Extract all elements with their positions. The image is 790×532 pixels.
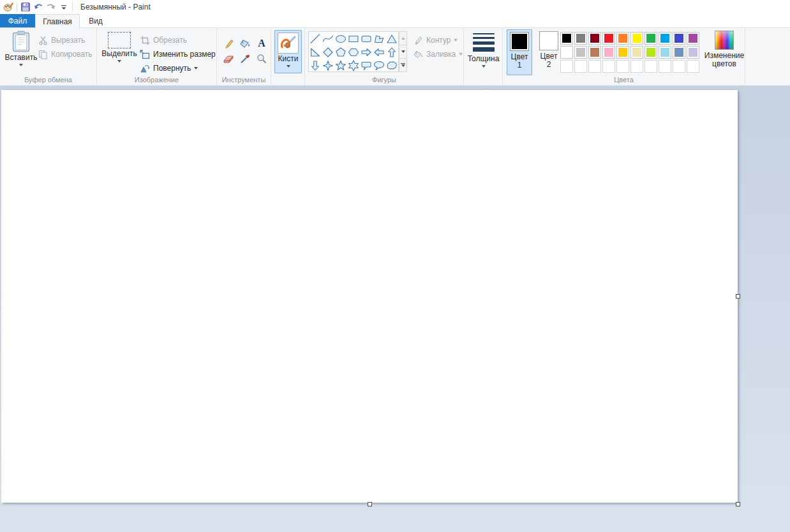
tab-home[interactable]: Главная bbox=[35, 14, 80, 29]
more-shapes-icon bbox=[401, 63, 405, 67]
magnifier-tool-button[interactable] bbox=[254, 52, 269, 66]
canvas-resize-handle-right[interactable] bbox=[736, 294, 740, 299]
copy-label: Копировать bbox=[51, 50, 93, 59]
shape-star-6[interactable] bbox=[347, 59, 360, 72]
palette-swatch-2-2[interactable] bbox=[588, 46, 601, 59]
rotate-button[interactable]: Повернуть bbox=[139, 62, 198, 75]
palette-swatch-2-5[interactable] bbox=[630, 46, 643, 59]
shape-ellipse[interactable] bbox=[334, 32, 347, 45]
paint-logo-icon[interactable] bbox=[2, 1, 15, 13]
customize-quick-access-icon[interactable] bbox=[57, 1, 70, 13]
palette-swatch-2-0[interactable] bbox=[560, 46, 573, 59]
shape-hexagon[interactable] bbox=[347, 45, 360, 59]
palette-swatch-2-4[interactable] bbox=[616, 46, 629, 59]
paste-icon bbox=[12, 31, 30, 52]
palette-empty-slot bbox=[659, 60, 671, 73]
shape-arrow-up[interactable] bbox=[385, 45, 398, 59]
palette-swatch-1-7[interactable] bbox=[659, 32, 671, 45]
outline-button: Контур bbox=[412, 34, 458, 47]
palette-swatch-2-6[interactable] bbox=[645, 46, 657, 59]
shapes-scroll-up-button[interactable] bbox=[399, 31, 407, 45]
shape-fill-button: Заливка bbox=[412, 48, 463, 61]
edit-colors-button[interactable]: Изменение цветов bbox=[704, 31, 744, 68]
shapes-scroll-down-button[interactable] bbox=[399, 45, 407, 59]
canvas-resize-handle-bottom[interactable] bbox=[368, 502, 372, 506]
group-brushes: Кисти bbox=[271, 28, 305, 85]
color2-swatch bbox=[541, 33, 556, 48]
palette-swatch-1-1[interactable] bbox=[574, 32, 587, 45]
shape-callout-oval[interactable] bbox=[373, 59, 385, 72]
tab-view[interactable]: Вид bbox=[80, 14, 112, 27]
shape-polygon[interactable] bbox=[373, 32, 385, 45]
select-icon bbox=[108, 32, 131, 48]
palette-swatch-1-5[interactable] bbox=[630, 32, 643, 45]
fill-with-color-tool-button[interactable] bbox=[237, 36, 253, 50]
scroll-up-icon bbox=[401, 37, 405, 40]
rainbow-gradient-icon bbox=[715, 31, 734, 50]
palette-swatch-1-4[interactable] bbox=[616, 32, 629, 45]
crop-icon bbox=[139, 35, 151, 45]
palette-swatch-2-7[interactable] bbox=[659, 46, 671, 59]
palette-swatch-1-2[interactable] bbox=[588, 32, 601, 45]
color1-button[interactable]: Цвет 1 bbox=[507, 29, 532, 75]
palette-empty-slot bbox=[645, 60, 657, 73]
text-tool-button[interactable]: A bbox=[254, 36, 269, 50]
canvas-resize-handle-corner[interactable] bbox=[736, 502, 740, 506]
group-tools: A Инструмен bbox=[217, 28, 271, 85]
select-button[interactable]: Выделить bbox=[102, 32, 137, 63]
palette-swatch-2-1[interactable] bbox=[574, 46, 587, 59]
rotate-dropdown-arrow bbox=[194, 67, 198, 70]
shape-arrow-down[interactable] bbox=[309, 59, 322, 72]
shapes-more-button[interactable] bbox=[399, 59, 407, 72]
paste-button[interactable]: Вставить bbox=[5, 31, 37, 66]
palette-swatch-2-3[interactable] bbox=[602, 46, 615, 59]
shape-star-4[interactable] bbox=[322, 59, 334, 72]
shape-fill-label: Заливка bbox=[426, 50, 456, 59]
shape-star-5[interactable] bbox=[334, 59, 347, 72]
brushes-button[interactable]: Кисти bbox=[274, 30, 302, 73]
redo-button[interactable] bbox=[45, 1, 57, 13]
shape-triangle[interactable] bbox=[385, 32, 398, 45]
pencil-tool-button[interactable] bbox=[221, 36, 236, 50]
palette-swatch-1-8[interactable] bbox=[673, 32, 685, 45]
copy-icon bbox=[37, 49, 48, 59]
color-picker-tool-button[interactable] bbox=[237, 52, 253, 66]
eraser-tool-button[interactable] bbox=[221, 52, 236, 66]
outline-dropdown-arrow bbox=[454, 39, 458, 41]
shape-arrow-left[interactable] bbox=[373, 45, 385, 59]
select-label: Выделить bbox=[101, 50, 137, 58]
shape-rounded-rectangle[interactable] bbox=[360, 32, 373, 45]
undo-button[interactable] bbox=[32, 1, 45, 13]
drawing-canvas[interactable] bbox=[1, 90, 738, 503]
palette-swatch-1-0[interactable] bbox=[560, 32, 573, 45]
palette-swatch-2-8[interactable] bbox=[673, 46, 685, 59]
resize-label: Изменить размер bbox=[153, 50, 216, 59]
palette-swatch-2-9[interactable] bbox=[687, 46, 699, 59]
line-thickness-icon bbox=[473, 31, 495, 54]
colors-group-label: Цвета bbox=[503, 76, 745, 84]
size-button[interactable]: Толщина bbox=[468, 31, 498, 68]
shape-curve[interactable] bbox=[322, 32, 334, 45]
text-tool-icon: A bbox=[258, 38, 265, 48]
tab-file[interactable]: Файл bbox=[0, 14, 35, 27]
shape-pentagon[interactable] bbox=[334, 45, 347, 59]
color-palette bbox=[560, 32, 702, 74]
palette-swatch-1-9[interactable] bbox=[687, 32, 699, 45]
color2-button[interactable]: Цвет 2 bbox=[536, 29, 562, 75]
shape-arrow-right[interactable] bbox=[360, 45, 373, 59]
shape-callout-cloud[interactable] bbox=[385, 59, 398, 72]
shape-line[interactable] bbox=[309, 32, 322, 45]
shape-rectangle[interactable] bbox=[347, 32, 360, 45]
palette-swatch-1-6[interactable] bbox=[645, 32, 657, 45]
shape-diamond[interactable] bbox=[322, 45, 334, 59]
group-clipboard: Вставить Вырезать Копировать Буфе bbox=[0, 28, 97, 85]
shapes-scrollbar bbox=[399, 31, 407, 72]
palette-empty-slot bbox=[574, 60, 587, 73]
save-button[interactable] bbox=[19, 1, 32, 13]
resize-button[interactable]: Изменить размер bbox=[139, 48, 216, 61]
crop-label: Обрезать bbox=[153, 36, 187, 45]
shape-right-triangle[interactable] bbox=[309, 45, 322, 59]
brush-icon bbox=[280, 35, 297, 52]
shape-callout-rounded[interactable] bbox=[360, 59, 373, 72]
palette-swatch-1-3[interactable] bbox=[602, 32, 615, 45]
